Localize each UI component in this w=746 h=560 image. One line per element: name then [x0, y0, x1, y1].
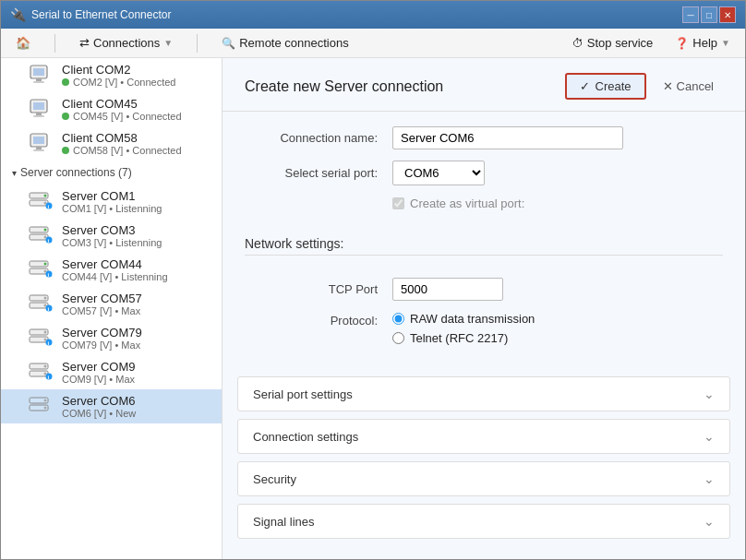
- stop-service-button[interactable]: ⏱ Stop service: [567, 34, 659, 52]
- telnet-radio-row: Telnet (RFC 2217): [392, 331, 723, 345]
- server-com79-sub: COM79 [V] • Max: [62, 340, 142, 351]
- svg-rect-3: [33, 81, 44, 83]
- serial-port-label: Select serial port:: [245, 166, 392, 180]
- svg-point-33: [44, 304, 47, 307]
- server-com57[interactable]: i Server COM57 COM57 [V] • Max: [1, 287, 222, 321]
- svg-point-20: [44, 229, 47, 232]
- help-label: Help: [692, 36, 717, 50]
- server-com79[interactable]: i Server COM79 COM79 [V] • Max: [1, 321, 222, 355]
- server-com57-icon: i: [29, 292, 54, 316]
- svg-point-44: [44, 365, 47, 368]
- svg-point-27: [44, 270, 47, 273]
- svg-point-45: [44, 373, 47, 375]
- serial-port-settings-header[interactable]: Serial port settings ⌄: [238, 377, 729, 411]
- svg-point-14: [44, 195, 47, 197]
- search-icon: 🔍: [222, 37, 235, 50]
- remote-connections-menu[interactable]: 🔍 Remote connections: [216, 34, 355, 52]
- tcp-port-row: TCP Port: [245, 278, 723, 301]
- server-com3-icon: i: [29, 224, 54, 247]
- client-com58-icon: [29, 132, 54, 155]
- server-com6-sub: COM6 [V] • New: [62, 408, 136, 419]
- telnet-radio[interactable]: [392, 332, 404, 344]
- stop-service-label: Stop service: [587, 36, 654, 50]
- cancel-button[interactable]: ✕ Cancel: [654, 75, 723, 98]
- window-controls: ─ □ ✕: [682, 6, 736, 23]
- remote-connections-label: Remote connections: [239, 36, 349, 50]
- signal-lines-section: Signal lines ⌄: [237, 504, 730, 539]
- virtual-port-checkbox-label: Create as virtual port:: [410, 197, 524, 210]
- svg-rect-6: [36, 113, 42, 115]
- svg-rect-7: [33, 115, 44, 117]
- raw-data-radio[interactable]: [392, 313, 404, 325]
- svg-point-39: [44, 339, 47, 341]
- maximize-button[interactable]: □: [701, 6, 717, 23]
- security-header[interactable]: Security ⌄: [238, 462, 729, 495]
- server-com44[interactable]: i Server COM44 COM44 [V] • Listenning: [1, 253, 222, 287]
- virtual-port-checkbox-row: Create as virtual port:: [392, 197, 723, 210]
- client-com45[interactable]: Client COM45 COM45 [V] • Connected: [1, 92, 222, 126]
- connection-settings-label: Connection settings: [253, 430, 358, 444]
- server-com79-name: Server COM79: [62, 326, 142, 340]
- help-icon: ❓: [675, 37, 689, 50]
- security-label: Security: [253, 472, 296, 486]
- connection-name-input[interactable]: [392, 126, 623, 149]
- server-com9-sub: COM9 [V] • Max: [62, 374, 135, 385]
- raw-data-label: RAW data transmission: [410, 312, 535, 326]
- serial-port-control: COM1 COM2 COM3 COM4 COM5 COM6: [392, 161, 723, 185]
- server-com9[interactable]: i Server COM9 COM9 [V] • Max: [1, 355, 222, 389]
- tcp-port-input[interactable]: [392, 278, 503, 301]
- virtual-port-checkbox[interactable]: [392, 197, 404, 209]
- main-content: Client COM2 COM2 [V] • Connected Client …: [1, 58, 745, 559]
- connection-settings-header[interactable]: Connection settings ⌄: [238, 420, 729, 453]
- client-com58-sub: COM58 [V] • Connected: [62, 145, 182, 156]
- create-button[interactable]: ✓ Create: [565, 73, 646, 100]
- raw-data-radio-row: RAW data transmission: [392, 312, 723, 326]
- serial-port-select[interactable]: COM1 COM2 COM3 COM4 COM5 COM6: [392, 161, 485, 185]
- server-connections-header[interactable]: ▾ Server connections (7): [1, 161, 222, 185]
- svg-point-51: [44, 407, 47, 410]
- client-com45-name: Client COM45: [62, 97, 182, 111]
- close-button[interactable]: ✕: [719, 6, 736, 23]
- connections-menu[interactable]: ⇄ Connections ▼: [74, 34, 178, 52]
- app-icon: 🔌: [10, 7, 26, 22]
- chevron-down-icon-4: ⌄: [704, 514, 715, 529]
- sidebar: Client COM2 COM2 [V] • Connected Client …: [1, 58, 223, 559]
- server-com6[interactable]: Server COM6 COM6 [V] • New: [1, 389, 222, 423]
- server-com1-sub: COM1 [V] • Listenning: [62, 203, 162, 214]
- help-menu[interactable]: ❓ Help ▼: [669, 34, 736, 52]
- server-com1[interactable]: i Server COM1 COM1 [V] • Listenning: [1, 185, 222, 219]
- collapse-icon: ▾: [12, 168, 17, 178]
- chevron-down-icon-3: ⌄: [704, 471, 715, 486]
- cancel-x-icon: ✕: [663, 79, 673, 93]
- connections-icon: ⇄: [79, 36, 90, 50]
- cancel-label: Cancel: [677, 79, 714, 93]
- svg-point-38: [44, 331, 47, 334]
- connections-arrow-icon: ▼: [163, 38, 173, 48]
- chevron-down-icon-2: ⌄: [704, 429, 715, 444]
- client-com2[interactable]: Client COM2 COM2 [V] • Connected: [1, 58, 222, 92]
- network-divider: [245, 255, 723, 256]
- minimize-button[interactable]: ─: [682, 6, 699, 23]
- home-button[interactable]: 🏠: [10, 34, 36, 52]
- signal-lines-header[interactable]: Signal lines ⌄: [238, 505, 729, 538]
- home-icon: 🏠: [16, 36, 30, 50]
- server-com9-name: Server COM9: [62, 360, 135, 374]
- svg-point-21: [44, 236, 47, 239]
- connection-name-control: [392, 126, 723, 149]
- server-com3[interactable]: i Server COM3 COM3 [V] • Listenning: [1, 219, 222, 253]
- svg-point-32: [44, 297, 47, 300]
- panel-title: Create new Server connection: [245, 78, 443, 95]
- svg-rect-10: [36, 147, 42, 149]
- protocol-label: Protocol:: [245, 312, 392, 328]
- connections-label: Connections: [93, 36, 160, 50]
- server-connections-label: Server connections (7): [20, 166, 132, 179]
- server-com1-name: Server COM1: [62, 189, 162, 203]
- server-com6-name: Server COM6: [62, 394, 136, 408]
- client-com45-icon: [29, 98, 54, 121]
- client-com45-sub: COM45 [V] • Connected: [62, 111, 182, 122]
- checkmark-icon: ✓: [580, 79, 590, 93]
- client-com58[interactable]: Client COM58 COM58 [V] • Connected: [1, 126, 222, 161]
- form-section: Connection name: Select serial port: COM…: [223, 112, 745, 236]
- create-label: Create: [596, 79, 632, 93]
- panel-actions: ✓ Create ✕ Cancel: [565, 73, 724, 100]
